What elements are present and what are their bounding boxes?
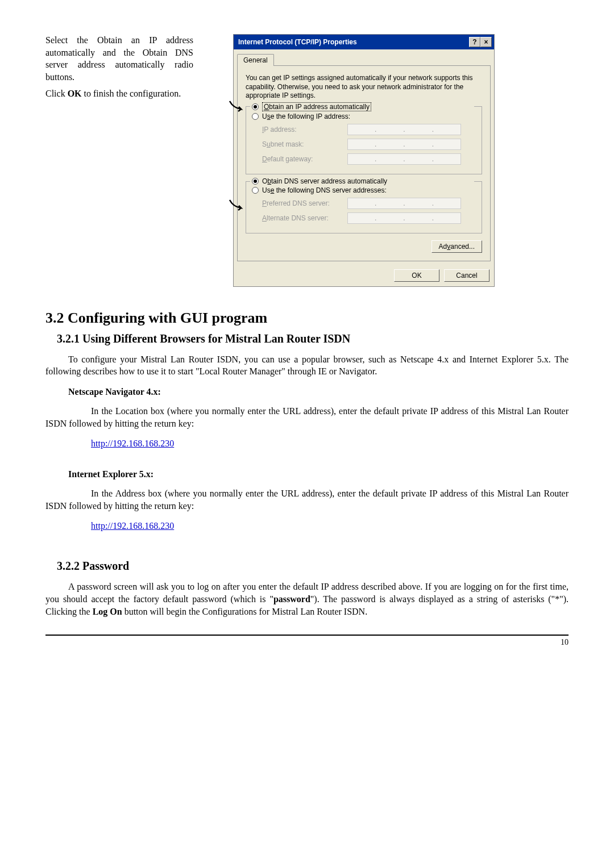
- radio-icon: [252, 178, 259, 185]
- text: button will begin the Configurations for…: [122, 607, 368, 616]
- page-number: 10: [561, 638, 569, 646]
- tab-strip: General: [234, 49, 494, 66]
- subnet-mask-input: ...: [347, 139, 461, 150]
- help-button[interactable]: ?: [469, 37, 480, 47]
- subhead-netscape: Netscape Navigator 4.x:: [68, 387, 569, 397]
- paragraph-password: A password screen will ask you to log on…: [45, 581, 569, 617]
- u: u: [267, 140, 271, 148]
- t: bnet mask:: [271, 140, 304, 148]
- t: S: [262, 140, 267, 148]
- t: anced...: [450, 243, 475, 251]
- instruction-paragraph-1: Select the Obtain an IP address automati…: [45, 34, 193, 83]
- advanced-button[interactable]: Advanced...: [432, 240, 482, 253]
- radio-label: Obtain an IP address automatically: [262, 102, 371, 111]
- ip-address-label: IP address:: [262, 126, 347, 133]
- dialog-info-text: You can get IP settings assigned automat…: [246, 74, 482, 101]
- t: e the following IP address:: [271, 112, 351, 120]
- tab-panel-general: You can get IP settings assigned automat…: [237, 65, 491, 261]
- heading-3-2-1: 3.2.1 Using Different Browsers for Mistr…: [57, 332, 569, 345]
- t: lternate DNS server:: [267, 214, 329, 222]
- preferred-dns-label: Preferred DNS server:: [262, 199, 347, 207]
- radio-label: Use the following IP address:: [262, 112, 350, 120]
- ip-address-input: ...: [347, 124, 461, 135]
- heading-3-2: 3.2 Configuring with GUI program: [45, 310, 569, 327]
- alternate-dns-label: Alternate DNS server:: [262, 214, 347, 222]
- arrow-icon: [229, 100, 246, 114]
- radio-label: Obtain DNS server address automatically: [262, 177, 387, 185]
- subnet-mask-label: Subnet mask:: [262, 140, 347, 148]
- preferred-dns-input: ...: [347, 198, 461, 209]
- radio-use-dns[interactable]: Use the following DNS server addresses:: [250, 186, 474, 194]
- radio-icon: [252, 187, 259, 194]
- u: P: [262, 199, 267, 207]
- titlebar-buttons: ? ×: [469, 37, 492, 47]
- t: U: [262, 112, 267, 120]
- dialog-bottom-buttons: OK Cancel: [234, 265, 494, 286]
- subhead-ie: Internet Explorer 5.x:: [68, 469, 569, 479]
- dialog-title: Internet Protocol (TCP/IP) Properties: [238, 38, 357, 46]
- radio-use-ip[interactable]: Use the following IP address:: [250, 112, 474, 120]
- radio-label: Use the following DNS server addresses:: [262, 186, 387, 194]
- close-button[interactable]: ×: [480, 37, 492, 47]
- heading-3-2-2: 3.2.2 Password: [57, 560, 569, 573]
- instructions-column: Select the Obtain an IP address automati…: [45, 34, 193, 287]
- url-link-1[interactable]: http://192.168.168.230: [91, 439, 174, 449]
- field-preferred-dns: Preferred DNS server: ...: [252, 198, 476, 209]
- radio-icon: [252, 113, 259, 120]
- radio-obtain-ip-auto[interactable]: Obtain an IP address automatically: [250, 102, 474, 111]
- url-link-2[interactable]: http://192.168.168.230: [91, 521, 174, 531]
- tab-general[interactable]: General: [237, 54, 274, 66]
- t: Ad: [439, 243, 447, 251]
- t: P address:: [264, 126, 296, 133]
- text: Click: [45, 89, 68, 98]
- default-gateway-label: Default gateway:: [262, 155, 347, 163]
- t: efault gateway:: [267, 155, 313, 163]
- password-word: password: [273, 594, 310, 604]
- t: the following DNS server addresses:: [274, 186, 386, 194]
- dialog-titlebar[interactable]: Internet Protocol (TCP/IP) Properties ? …: [234, 35, 494, 49]
- field-ip-address: IP address: ...: [252, 124, 476, 135]
- paragraph-intro: To configure your Mistral Lan Router ISD…: [45, 353, 569, 378]
- paragraph-netscape: In the Location box (where you normally …: [45, 405, 569, 429]
- alternate-dns-input: ...: [347, 212, 461, 224]
- dns-group: Obtain DNS server address automatically …: [246, 181, 482, 233]
- dialog-column: Internet Protocol (TCP/IP) Properties ? …: [233, 34, 569, 287]
- ok-button[interactable]: OK: [394, 269, 439, 282]
- page-footer: 10: [45, 635, 569, 647]
- u: O: [264, 103, 269, 111]
- instruction-paragraph-2: Click OK to finish the configuration.: [45, 87, 193, 100]
- radio-obtain-dns-auto[interactable]: Obtain DNS server address automatically: [250, 177, 474, 185]
- u: A: [262, 214, 267, 222]
- field-subnet-mask: Subnet mask: ...: [252, 139, 476, 150]
- t: Us: [262, 186, 271, 194]
- tcpip-properties-dialog: Internet Protocol (TCP/IP) Properties ? …: [233, 34, 495, 287]
- ok-word: OK: [68, 89, 82, 98]
- t: referred DNS server:: [267, 199, 330, 207]
- paragraph-ie: In the Address box (where you normally e…: [45, 487, 569, 512]
- t: btain an IP address automatically: [269, 103, 370, 111]
- instruction-and-dialog-row: Select the Obtain an IP address automati…: [45, 34, 569, 287]
- field-default-gateway: Default gateway: ...: [252, 153, 476, 165]
- logon-word: Log On: [93, 607, 122, 616]
- radio-icon: [252, 103, 259, 110]
- default-gateway-input: ...: [347, 153, 461, 165]
- ip-address-group: Obtain an IP address automatically Use t…: [246, 106, 482, 174]
- field-alternate-dns: Alternate DNS server: ...: [252, 212, 476, 224]
- u: D: [262, 155, 267, 163]
- text: to finish the configuration.: [82, 89, 181, 98]
- text: In the Address box (where you normally e…: [45, 489, 569, 511]
- t: O: [262, 177, 267, 185]
- cancel-button[interactable]: Cancel: [444, 269, 489, 282]
- t: tain DNS server address automatically: [271, 177, 387, 185]
- text: In the Location box (where you normally …: [45, 406, 569, 428]
- arrow-icon: [229, 199, 246, 212]
- advanced-button-row: Advanced...: [246, 240, 482, 253]
